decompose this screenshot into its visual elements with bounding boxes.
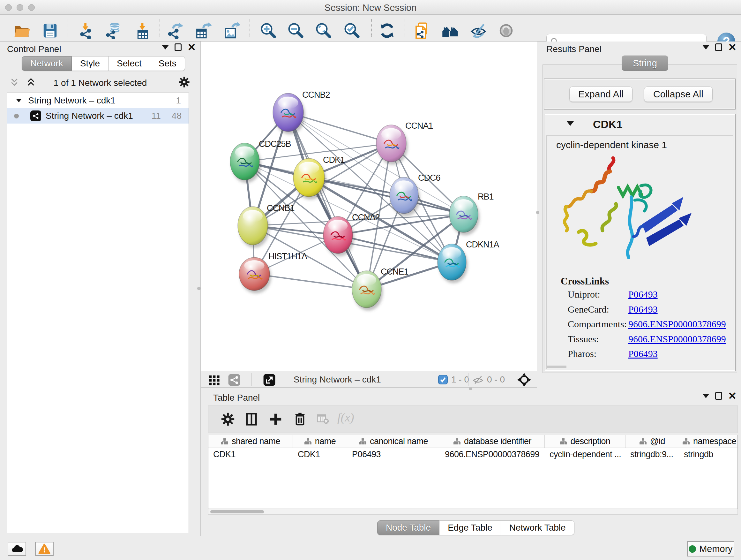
table-row[interactable]: CDK1CDK1P064939606.ENSP00000378699cyclin… xyxy=(208,448,738,461)
network-row[interactable]: String Network – cdk1 11 48 xyxy=(7,108,189,124)
control-splitter-handle[interactable] xyxy=(197,287,201,290)
column-type-icon xyxy=(304,438,312,445)
crosslink-link[interactable]: 9606.ENSP00000378699 xyxy=(628,334,726,345)
table-header-row: shared name name canonical name database… xyxy=(208,435,738,448)
table-panel-title: Table Panel xyxy=(213,393,260,403)
float-panel-icon[interactable] xyxy=(715,392,722,400)
houses-button[interactable] xyxy=(440,20,461,41)
crosslink-link[interactable]: P06493 xyxy=(628,348,658,359)
external-view-icon[interactable] xyxy=(263,373,276,387)
crosslink-label: Uniprot: xyxy=(568,289,600,300)
hidden-eye-icon[interactable] xyxy=(472,374,484,386)
tab-select[interactable]: Select xyxy=(109,56,150,71)
delete-table-icon xyxy=(316,412,330,426)
zoom-in-button[interactable] xyxy=(258,20,278,41)
float-panel-icon[interactable] xyxy=(715,44,722,51)
import-database-button[interactable] xyxy=(103,20,124,41)
network-node-CDKN1A xyxy=(437,244,468,283)
refresh-icon xyxy=(379,22,396,39)
crosslink-label: Tissues: xyxy=(568,334,599,345)
column-header[interactable]: canonical name xyxy=(347,435,440,448)
crosshair-icon[interactable] xyxy=(517,373,531,387)
expand-all-button[interactable]: Expand All xyxy=(569,86,632,102)
zoom-selected-button[interactable] xyxy=(341,20,362,41)
crosslink-link[interactable]: P06493 xyxy=(628,289,658,300)
warning-status-button[interactable] xyxy=(35,542,54,556)
table-hscrollbar-thumb[interactable] xyxy=(210,510,264,513)
tab-sets[interactable]: Sets xyxy=(150,56,185,71)
section-expander-icon[interactable] xyxy=(567,121,574,126)
duplicate-network-icon xyxy=(413,22,430,39)
column-header[interactable]: description xyxy=(545,435,625,448)
column-header[interactable]: database identifier xyxy=(440,435,545,448)
export-network-button[interactable] xyxy=(165,20,186,41)
column-header[interactable]: shared name xyxy=(208,435,293,448)
table-cell: CDK1 xyxy=(208,448,293,461)
refresh-button[interactable] xyxy=(377,20,397,41)
crosslink-row: Compartments:9606.ENSP00000378699 xyxy=(568,319,727,331)
table-settings-gear-icon[interactable] xyxy=(220,412,235,427)
close-panel-icon[interactable]: ✕ xyxy=(728,392,737,400)
node-label-CCNB2: CCNB2 xyxy=(302,90,330,100)
node-table[interactable]: shared name name canonical name database… xyxy=(208,435,738,509)
results-scrollbar-thumb[interactable] xyxy=(547,366,566,368)
zoom-selected-icon xyxy=(343,22,360,39)
collection-expander-icon[interactable] xyxy=(16,99,22,102)
open-folder-icon xyxy=(13,22,30,39)
selected-checkbox-icon[interactable] xyxy=(438,375,448,384)
column-header[interactable]: namespace xyxy=(679,435,738,448)
column-header[interactable]: @id xyxy=(625,435,679,448)
cloud-status-button[interactable] xyxy=(8,542,26,556)
tab-style[interactable]: Style xyxy=(72,56,109,71)
network-current-dot xyxy=(14,114,19,118)
network-node-CDK1 xyxy=(293,159,326,199)
import-network-button[interactable] xyxy=(76,20,97,41)
cloud-icon xyxy=(10,544,23,554)
column-header[interactable]: name xyxy=(293,435,347,448)
tab-string[interactable]: String xyxy=(622,56,668,71)
save-session-button[interactable] xyxy=(40,20,60,41)
open-session-button[interactable] xyxy=(11,20,32,41)
close-panel-icon[interactable]: ✕ xyxy=(728,44,737,51)
warning-triangle-icon xyxy=(38,543,51,554)
network-collection-row[interactable]: String Network – cdk1 1 xyxy=(7,93,189,108)
float-panel-icon[interactable] xyxy=(175,44,182,51)
tab-network[interactable]: Network xyxy=(22,56,72,71)
tab-edge-table[interactable]: Edge Table xyxy=(440,520,501,535)
collapse-all-button[interactable]: Collapse All xyxy=(644,86,713,102)
results-splitter[interactable] xyxy=(537,42,539,390)
panel-menu-icon[interactable] xyxy=(162,45,169,50)
show-columns-icon[interactable] xyxy=(244,412,259,427)
close-panel-icon[interactable]: ✕ xyxy=(187,44,196,51)
export-table-button[interactable] xyxy=(193,20,213,41)
panel-menu-icon[interactable] xyxy=(702,45,710,50)
zoom-out-button[interactable] xyxy=(285,20,306,41)
node-label-CCNA2: CCNA2 xyxy=(352,212,380,222)
hidden-count: 0 - 0 xyxy=(487,374,505,385)
table-hscrollbar[interactable] xyxy=(208,509,738,515)
tab-node-table[interactable]: Node Table xyxy=(377,520,440,535)
panel-menu-icon[interactable] xyxy=(702,394,710,398)
crosslink-link[interactable]: P06493 xyxy=(628,304,658,315)
share-view-icon[interactable] xyxy=(227,373,241,387)
zoom-fit-button[interactable] xyxy=(313,20,333,41)
add-column-plus-icon[interactable] xyxy=(268,412,283,427)
protein-details: cyclin-dependent kinase 1 xyxy=(546,135,733,369)
delete-column-trash-icon[interactable] xyxy=(293,412,307,427)
memory-button[interactable]: Memory xyxy=(687,541,734,557)
crosslink-link[interactable]: 9606.ENSP00000378699 xyxy=(628,319,726,329)
gear-icon[interactable] xyxy=(178,76,190,88)
crosslink-row: Uniprot:P06493 xyxy=(568,289,727,302)
export-image-button[interactable] xyxy=(221,20,242,41)
tab-network-table[interactable]: Network Table xyxy=(501,520,575,535)
network-selection-summary: 1 of 1 Network selected xyxy=(0,78,200,88)
show-all-button[interactable] xyxy=(496,20,516,41)
duplicate-network-button[interactable] xyxy=(412,20,432,41)
protein-section-header[interactable]: CDK1 xyxy=(544,114,735,135)
import-table-button[interactable] xyxy=(132,20,152,41)
hide-selected-button[interactable] xyxy=(468,20,488,41)
grid-view-icon[interactable] xyxy=(207,373,221,387)
network-canvas[interactable]: CDK1CCNB1CCNB2CCNA1CCNA2CCNE1CDC25BCDC6C… xyxy=(201,42,537,371)
protein-name: CDK1 xyxy=(593,118,623,131)
node-label-CDK1: CDK1 xyxy=(323,155,345,165)
